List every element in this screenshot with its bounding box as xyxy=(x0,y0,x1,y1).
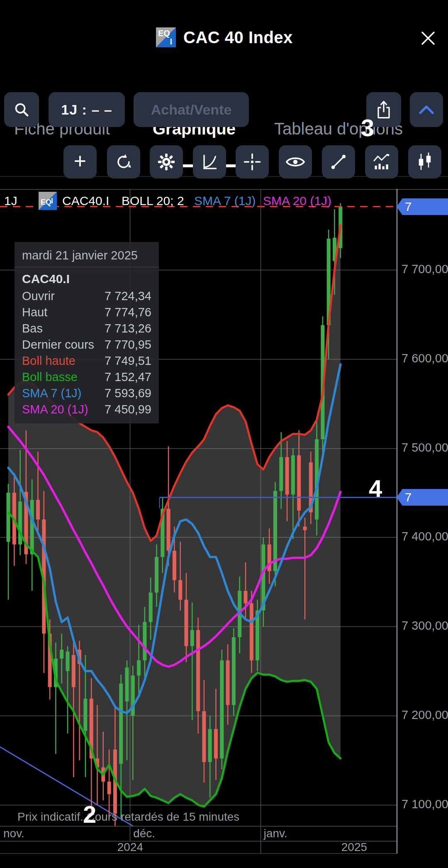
legend-boll[interactable]: BOLL 20; 2 xyxy=(122,192,184,210)
gear-icon xyxy=(157,152,176,171)
tooltip-row-low: Bas7 713,26 xyxy=(22,320,151,337)
crosshair-button[interactable] xyxy=(236,145,269,178)
search-button[interactable] xyxy=(4,92,39,127)
page-title: CAC 40 Index xyxy=(183,27,293,47)
chart-type-button[interactable] xyxy=(408,145,441,178)
tooltip-date: mardi 21 janvier 2025 xyxy=(22,247,151,264)
legend-sma7[interactable]: SMA 7 (1J) xyxy=(194,192,256,210)
eye-icon xyxy=(285,154,305,170)
legend-symbol: CAC40.I xyxy=(62,192,109,210)
close-icon[interactable] xyxy=(418,28,438,48)
tooltip-row-boll-high: Boll haute7 749,51 xyxy=(22,353,151,369)
scale-curve-icon xyxy=(200,152,219,171)
indicators-button[interactable] xyxy=(365,145,398,178)
eq-logo: EQ I xyxy=(156,27,176,47)
chart-legend: 1J EQ I CAC40.I BOLL 20; 2 SMA 7 (1J) SM… xyxy=(0,192,397,210)
tooltip-divider xyxy=(15,267,159,267)
trendline-icon xyxy=(329,152,348,171)
ohlc-tooltip: mardi 21 janvier 2025 CAC40.I Ouvrir7 72… xyxy=(15,242,159,423)
share-icon xyxy=(373,99,394,120)
interval-button[interactable]: 1J : – – xyxy=(49,92,125,127)
legend-eq-logo: EQ I xyxy=(39,192,57,210)
tooltip-symbol: CAC40.I xyxy=(22,271,151,287)
achat-vente-button[interactable]: Achat/Vente xyxy=(134,92,249,127)
tooltip-row-last: Dernier cours7 770,95 xyxy=(22,337,151,353)
crosshair-icon xyxy=(243,152,262,171)
header: EQ I CAC 40 Index xyxy=(0,27,448,51)
annotation-4: 4 xyxy=(369,476,382,501)
scale-button[interactable] xyxy=(193,145,226,178)
achat-vente-label: Achat/Vente xyxy=(151,102,232,118)
plus-icon: + xyxy=(74,153,86,169)
visibility-button[interactable] xyxy=(279,145,312,178)
price-line-badge: 7 444,72 xyxy=(397,489,448,506)
legend-interval: 1J xyxy=(4,192,17,210)
annotation-3: 3 xyxy=(361,115,374,141)
search-icon xyxy=(12,100,32,120)
chevron-up-icon xyxy=(416,101,437,118)
add-indicator-button[interactable]: + xyxy=(63,145,97,178)
tooltip-row-high: Haut7 774,76 xyxy=(22,304,151,320)
tooltip-row-sma20: SMA 20 (1J)7 450,99 xyxy=(22,401,151,418)
tooltip-row-sma7: SMA 7 (1J)7 593,69 xyxy=(22,385,151,401)
refresh-button[interactable] xyxy=(107,145,140,178)
indicators-icon xyxy=(372,152,392,171)
candlestick-icon xyxy=(416,152,433,172)
tooltip-row-open: Ouvrir7 724,34 xyxy=(22,288,151,304)
last-price-badge: 7 770,95 xyxy=(397,198,448,215)
tooltip-row-boll-low: Boll basse7 152,47 xyxy=(22,369,151,385)
settings-button[interactable] xyxy=(150,145,183,178)
legend-sma20[interactable]: SMA 20 (1J) xyxy=(263,192,331,210)
trendline-button[interactable] xyxy=(322,145,355,178)
refresh-icon xyxy=(114,152,133,171)
interval-label: 1J : – – xyxy=(61,102,112,118)
delayed-quotes-disclaimer: Prix indicatif. Cours retardés de 15 min… xyxy=(17,810,239,824)
annotation-2: 2 xyxy=(83,802,96,827)
collapse-toolbar-button[interactable] xyxy=(410,92,443,127)
